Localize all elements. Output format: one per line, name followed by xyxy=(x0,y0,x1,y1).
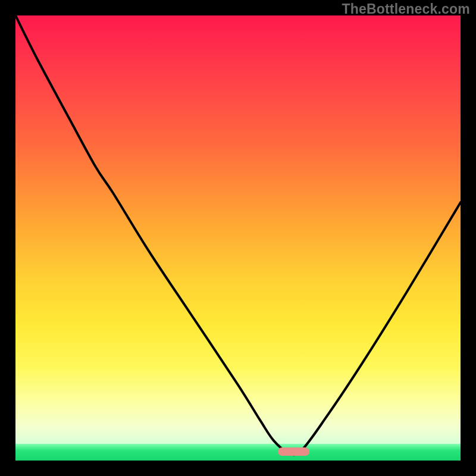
heat-gradient xyxy=(15,15,461,444)
optimal-marker xyxy=(278,447,309,456)
chart-frame: TheBottleneck.com xyxy=(0,0,476,476)
optimal-band xyxy=(15,444,461,461)
plot-area xyxy=(15,15,461,461)
watermark-text: TheBottleneck.com xyxy=(342,1,470,17)
